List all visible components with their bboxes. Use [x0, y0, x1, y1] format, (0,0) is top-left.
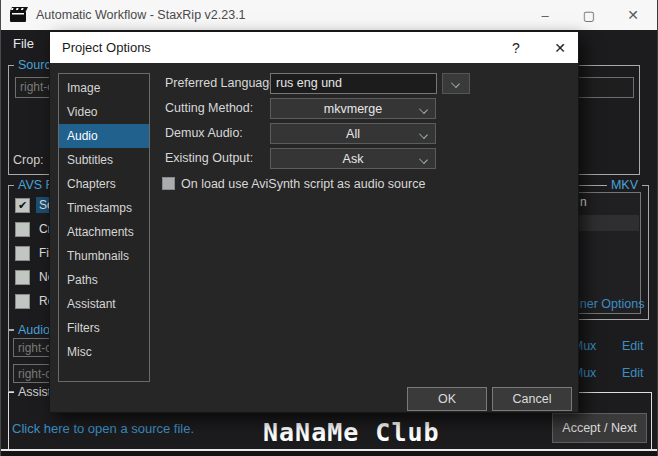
mkv-group-label: MKV	[607, 178, 642, 192]
category-timestamps[interactable]: Timestamps	[59, 196, 149, 220]
checkbox-icon[interactable]	[15, 222, 30, 237]
category-paths[interactable]: Paths	[59, 268, 149, 292]
category-thumbnails[interactable]: Thumbnails	[59, 244, 149, 268]
checkbox-checked-icon[interactable]: ✔	[15, 198, 30, 213]
chevron-down-icon	[419, 105, 428, 114]
options-category-list: Image Video Audio Subtitles Chapters Tim…	[58, 73, 150, 382]
mkv-track-list[interactable]: n	[575, 192, 641, 314]
crop-label: Crop:	[13, 153, 44, 167]
chevron-down-icon	[419, 155, 428, 164]
mkv-selected-row[interactable]	[577, 215, 639, 231]
chevron-down-icon	[419, 130, 428, 139]
dialog-close-button[interactable]: ✕	[540, 32, 580, 63]
cutting-method-value: mkvmerge	[324, 102, 382, 116]
maximize-button[interactable]: ▢	[569, 0, 609, 30]
demux-audio-combobox[interactable]: All	[270, 123, 436, 144]
app-icon	[10, 7, 28, 23]
cancel-button[interactable]: Cancel	[492, 387, 572, 411]
category-audio[interactable]: Audio	[59, 124, 149, 148]
avisynth-audio-source-label: On load use AviSynth script as audio sou…	[181, 177, 425, 191]
help-button[interactable]: ?	[498, 32, 534, 63]
cutting-method-combobox[interactable]: mkvmerge	[270, 98, 436, 119]
category-subtitles[interactable]: Subtitles	[59, 148, 149, 172]
ok-button[interactable]: OK	[407, 387, 487, 411]
window-title: Automatic Workflow - StaxRip v2.23.1	[36, 8, 246, 22]
menu-file[interactable]: File	[13, 36, 34, 51]
demux-audio-label: Demux Audio:	[165, 126, 243, 140]
open-source-file-link[interactable]: Click here to open a source file.	[12, 421, 194, 436]
chevron-down-icon	[451, 79, 460, 88]
staxrip-window: Automatic Workflow - StaxRip v2.23.1 – ▢…	[0, 0, 658, 456]
checkbox-icon[interactable]	[15, 270, 30, 285]
category-filters[interactable]: Filters	[59, 316, 149, 340]
existing-output-value: Ask	[343, 152, 364, 166]
edit-link[interactable]: Edit	[622, 366, 644, 380]
accept-next-button[interactable]: Accept / Next	[552, 413, 647, 443]
checkbox-icon[interactable]	[15, 294, 30, 309]
audio-group-label: Audio	[14, 323, 54, 337]
minimize-button[interactable]: –	[525, 0, 565, 30]
category-assistant[interactable]: Assistant	[59, 292, 149, 316]
edit-link[interactable]: Edit	[622, 339, 644, 353]
bottom-strip	[1, 451, 658, 456]
close-button[interactable]: ✕	[613, 0, 653, 30]
cutting-method-label: Cutting Method:	[165, 101, 253, 115]
naname-club-watermark: NaNaMe Club	[263, 418, 440, 447]
demux-audio-value: All	[346, 127, 360, 141]
preferred-languages-dropdown-button[interactable]	[442, 73, 470, 94]
dialog-title: Project Options	[62, 40, 151, 55]
mkv-list-item[interactable]: n	[576, 193, 640, 211]
existing-output-label: Existing Output:	[165, 151, 253, 165]
preferred-languages-input[interactable]: rus eng und	[270, 73, 437, 94]
category-chapters[interactable]: Chapters	[59, 172, 149, 196]
category-attachments[interactable]: Attachments	[59, 220, 149, 244]
category-misc[interactable]: Misc	[59, 340, 149, 364]
existing-output-combobox[interactable]: Ask	[270, 148, 436, 169]
preferred-languages-label: Preferred Languages:	[165, 76, 286, 90]
avisynth-audio-source-checkbox[interactable]	[162, 177, 175, 190]
project-options-dialog: Project Options ? ✕ Image Video Audio Su…	[49, 31, 579, 413]
container-options-link[interactable]: iner Options	[577, 297, 644, 311]
category-video[interactable]: Video	[59, 100, 149, 124]
checkbox-icon[interactable]	[15, 246, 30, 261]
category-image[interactable]: Image	[59, 76, 149, 100]
